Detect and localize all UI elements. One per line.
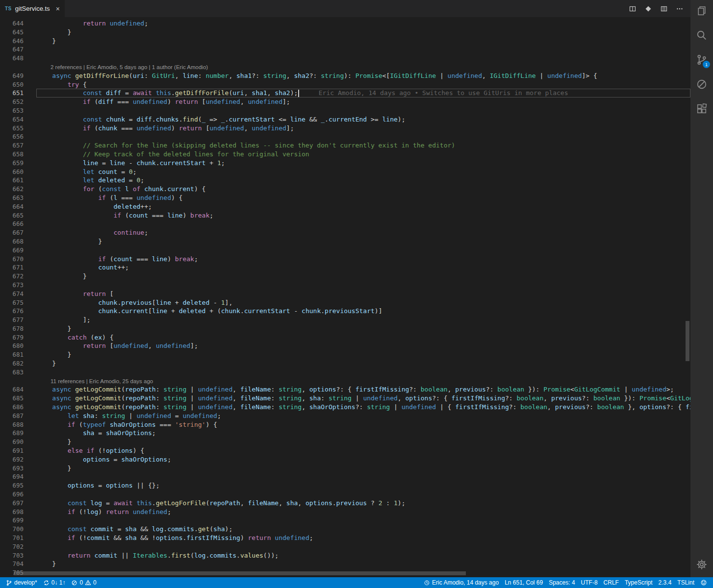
code-line[interactable]: 691 else if (!options) {: [0, 446, 690, 455]
code-line[interactable]: 646 }: [0, 37, 690, 46]
code-line[interactable]: 666: [0, 220, 690, 228]
line-number[interactable]: 655: [0, 124, 24, 133]
line-number[interactable]: 658: [0, 150, 24, 159]
encoding-setting[interactable]: UTF-8: [578, 577, 601, 588]
line-number[interactable]: 647: [0, 45, 24, 54]
code-line[interactable]: 653: [0, 106, 690, 115]
line-number[interactable]: 703: [0, 551, 24, 560]
line-number[interactable]: 656: [0, 132, 24, 141]
code-line[interactable]: 679 catch (ex) {: [0, 333, 690, 342]
code-line[interactable]: 690 }: [0, 438, 690, 446]
code-line[interactable]: 671 count++;: [0, 263, 690, 272]
line-number[interactable]: 650: [0, 80, 24, 89]
line-number[interactable]: 695: [0, 481, 24, 490]
line-number[interactable]: 686: [0, 403, 24, 412]
line-number[interactable]: 680: [0, 342, 24, 350]
code-line[interactable]: 702: [0, 542, 690, 551]
settings-gear-icon[interactable]: [696, 559, 708, 570]
line-number[interactable]: 651: [0, 89, 24, 98]
line-number[interactable]: 694: [0, 472, 24, 481]
code-line[interactable]: 681 }: [0, 350, 690, 359]
line-number[interactable]: 678: [0, 324, 24, 333]
codelens-label[interactable]: 2 references | Eric Amodio, 5 days ago |…: [37, 63, 208, 72]
problems-indicator[interactable]: 0 0: [68, 577, 99, 588]
line-number[interactable]: 683: [0, 368, 24, 377]
line-number[interactable]: 674: [0, 290, 24, 298]
line-number[interactable]: 644: [0, 19, 24, 28]
tab-gitservice[interactable]: TS gitService.ts ×: [0, 0, 65, 17]
code-line[interactable]: 657 // Search for the line (skipping del…: [0, 141, 690, 150]
code-line[interactable]: 698 if (!log) return undefined;: [0, 508, 690, 516]
line-number[interactable]: 689: [0, 429, 24, 438]
code-line[interactable]: 688 if (typeof shaOrOptions === 'string'…: [0, 420, 690, 429]
line-number[interactable]: 684: [0, 385, 24, 394]
indentation-setting[interactable]: Spaces: 4: [546, 577, 578, 588]
line-number[interactable]: 697: [0, 499, 24, 508]
code-line[interactable]: 689 sha = shaOrOptions;: [0, 429, 690, 438]
line-number[interactable]: 681: [0, 350, 24, 359]
code-line[interactable]: 669: [0, 246, 690, 255]
code-line[interactable]: 654 const chunk = diff.chunks.find(_ => …: [0, 115, 690, 124]
horizontal-scrollbar[interactable]: [0, 570, 690, 576]
line-number[interactable]: 668: [0, 237, 24, 246]
line-number[interactable]: 676: [0, 307, 24, 316]
line-number[interactable]: 667: [0, 228, 24, 237]
code-line[interactable]: 652 if (diff === undefined) return [unde…: [0, 98, 690, 106]
code-line[interactable]: 680 return [undefined, undefined];: [0, 342, 690, 350]
code-line[interactable]: 647: [0, 45, 690, 54]
code-line[interactable]: 692 options = shaOrOptions;: [0, 455, 690, 464]
line-number[interactable]: 692: [0, 455, 24, 464]
code-line[interactable]: 701 if (!commit && sha && !options.first…: [0, 534, 690, 542]
code-line[interactable]: 677 ];: [0, 316, 690, 324]
line-number[interactable]: 660: [0, 168, 24, 176]
line-number[interactable]: 693: [0, 464, 24, 473]
line-number[interactable]: 646: [0, 37, 24, 46]
code-line[interactable]: 651 const diff = await this.getDiffForFi…: [0, 89, 690, 98]
code-line[interactable]: 704 }: [0, 560, 690, 568]
line-number[interactable]: 700: [0, 525, 24, 534]
line-number[interactable]: 665: [0, 211, 24, 220]
code-line[interactable]: 700 const commit = sha && log.commits.ge…: [0, 525, 690, 534]
line-number[interactable]: 663: [0, 194, 24, 202]
code-line[interactable]: 685 async getLogCommit(repoPath: string …: [0, 394, 690, 403]
gitlens-icon[interactable]: [644, 5, 652, 13]
line-number[interactable]: 666: [0, 220, 24, 228]
line-number[interactable]: 661: [0, 176, 24, 185]
line-number[interactable]: 662: [0, 185, 24, 194]
line-number[interactable]: 649: [0, 72, 24, 80]
line-number[interactable]: 673: [0, 281, 24, 290]
tslint-status[interactable]: TSLint: [674, 577, 697, 588]
code-line[interactable]: 695 options = options || {};: [0, 481, 690, 490]
line-number[interactable]: 702: [0, 542, 24, 551]
line-number[interactable]: 696: [0, 490, 24, 499]
code-line[interactable]: 703 return commit || Iterables.first(log…: [0, 551, 690, 560]
code-line[interactable]: 670 if (count === line) break;: [0, 255, 690, 264]
code-line[interactable]: 696: [0, 490, 690, 499]
code-line[interactable]: 659 line = line - chunk.currentStart + 1…: [0, 159, 690, 168]
line-number[interactable]: 682: [0, 359, 24, 368]
line-number[interactable]: 645: [0, 28, 24, 37]
code-line[interactable]: 678 }: [0, 324, 690, 333]
code-line[interactable]: 674 return [: [0, 290, 690, 298]
line-number[interactable]: 685: [0, 394, 24, 403]
code-line[interactable]: 683: [0, 368, 690, 377]
eol-setting[interactable]: CRLF: [601, 577, 622, 588]
split-editor-icon[interactable]: [629, 5, 637, 13]
line-number[interactable]: 699: [0, 516, 24, 525]
code-line[interactable]: 645 }: [0, 28, 690, 37]
code-line[interactable]: 667 continue;: [0, 228, 690, 237]
code-line[interactable]: 697 const log = await this.getLogForFile…: [0, 499, 690, 508]
line-number[interactable]: 704: [0, 560, 24, 568]
language-mode[interactable]: TypeScript: [622, 577, 656, 588]
code-line[interactable]: 650 try {: [0, 80, 690, 89]
feedback-smiley-icon[interactable]: [697, 577, 710, 588]
code-line[interactable]: 694: [0, 472, 690, 481]
code-line[interactable]: 662 for (const l of chunk.current) {: [0, 185, 690, 194]
code-line[interactable]: 658 // Keep track of the deleted lines f…: [0, 150, 690, 159]
line-number[interactable]: 687: [0, 412, 24, 420]
code-line[interactable]: 682 }: [0, 359, 690, 368]
line-number[interactable]: 652: [0, 98, 24, 106]
code-line[interactable]: 675 chunk.previous[line + deleted - 1],: [0, 298, 690, 307]
code-line[interactable]: 664 deleted++;: [0, 202, 690, 211]
explorer-icon[interactable]: [696, 5, 708, 17]
